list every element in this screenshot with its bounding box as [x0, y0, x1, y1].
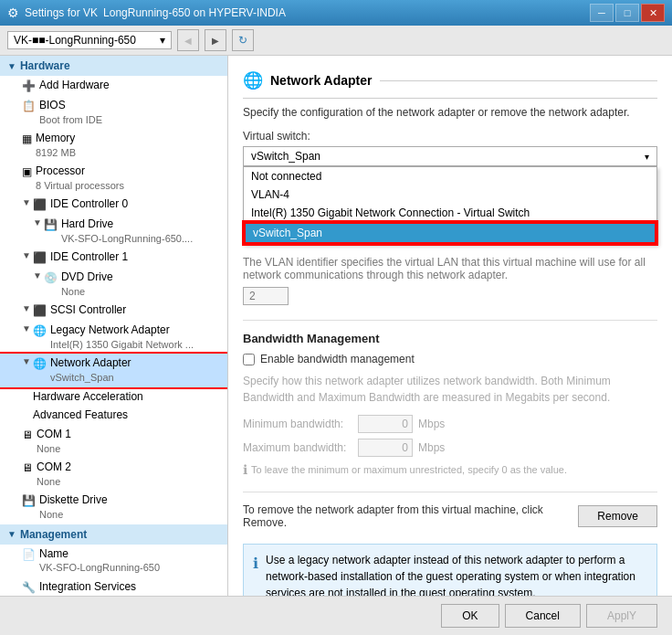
min-bandwidth-label: Minimum bandwidth: — [243, 418, 352, 430]
dropdown-option-vlan4[interactable]: VLAN-4 — [244, 185, 656, 204]
virtual-switch-label: Virtual switch: — [243, 130, 657, 143]
title-bar: ⚙ Settings for VK LongRunning-650 on HYP… — [0, 0, 672, 26]
forward-button[interactable]: ▶ — [205, 29, 226, 51]
sidebar-item-bios[interactable]: 📋 BIOS Boot from IDE — [0, 96, 227, 129]
max-bandwidth-unit: Mbps — [418, 441, 445, 454]
dropdown-option-not-connected[interactable]: Not connected — [244, 167, 656, 185]
enable-bandwidth-label[interactable]: Enable bandwidth management — [260, 353, 415, 365]
dropdown-popup: Not connected VLAN-4 Intel(R) 1350 Gigab… — [243, 166, 657, 245]
remove-note: To remove the network adapter from this … — [243, 503, 578, 529]
min-bandwidth-unit: Mbps — [418, 418, 445, 430]
sidebar-item-ide0[interactable]: ▼ ⬛ IDE Controller 0 — [0, 195, 227, 215]
chevron-down-icon: ▾ — [160, 34, 165, 47]
sidebar-item-dvd[interactable]: ▼ 💿 DVD Drive None — [0, 268, 227, 301]
panel-description: Specify the configuration of the network… — [243, 106, 657, 119]
bios-icon: 📋 — [22, 99, 36, 114]
info-box-text: Use a legacy network adapter instead of … — [266, 552, 647, 596]
min-bandwidth-input[interactable] — [358, 415, 413, 433]
sidebar-item-com2[interactable]: 🖥 COM 2 None — [0, 458, 227, 491]
memory-icon: ▦ — [22, 132, 32, 147]
dropdown-arrow-icon: ▾ — [645, 152, 649, 162]
refresh-button[interactable]: ↻ — [232, 29, 254, 51]
ide0-icon: ⬛ — [33, 197, 47, 213]
sidebar-item-memory[interactable]: ▦ Memory 8192 MB — [0, 129, 227, 162]
sidebar: ▼ Hardware ➕ Add Hardware 📋 BIOS Boot fr… — [0, 56, 228, 596]
dvd-expand-icon[interactable]: ▼ — [33, 270, 42, 282]
sidebar-item-network-adapter[interactable]: ▼ 🌐 Network Adapter vSwitch_Span — [0, 354, 227, 386]
minimize-button[interactable]: ─ — [590, 4, 614, 22]
enable-bandwidth-row: Enable bandwidth management — [243, 353, 657, 365]
right-panel: 🌐 Network Adapter Specify the configurat… — [228, 56, 672, 596]
scsi-expand-icon[interactable]: ▼ — [22, 302, 31, 315]
hardware-section-header[interactable]: ▼ Hardware — [0, 56, 227, 76]
com2-icon: 🖥 — [22, 460, 33, 476]
section-divider-2 — [243, 492, 657, 492]
back-button[interactable]: ◀ — [177, 29, 199, 51]
info-circle-icon: ℹ — [243, 462, 247, 477]
vm-dropdown[interactable]: VK-■■-LongRunning-650 ▾ — [7, 31, 172, 49]
max-bandwidth-row: Maximum bandwidth: Mbps — [243, 439, 657, 457]
diskette-icon: 💾 — [22, 493, 36, 509]
hdd-expand-icon[interactable]: ▼ — [33, 217, 42, 229]
app-icon: ⚙ — [7, 5, 19, 20]
title-bar-title: Settings for VK — [25, 6, 98, 19]
content-area: ▼ Hardware ➕ Add Hardware 📋 BIOS Boot fr… — [0, 56, 672, 596]
vlan-input[interactable] — [243, 287, 289, 305]
panel-header: 🌐 Network Adapter — [243, 70, 657, 99]
ide0-expand-icon[interactable]: ▼ — [22, 196, 31, 209]
dropdown-option-vswitch-span[interactable]: vSwitch_Span — [244, 222, 656, 244]
ide1-icon: ⬛ — [33, 250, 47, 266]
sidebar-resize-handle[interactable] — [224, 56, 227, 596]
dropdown-current-value: vSwitch_Span — [251, 150, 320, 163]
management-section-header[interactable]: ▼ Management — [0, 524, 227, 545]
management-section-arrow: ▼ — [7, 529, 16, 539]
dvd-icon: 💿 — [44, 270, 58, 286]
add-hardware-icon: ➕ — [22, 79, 36, 94]
sidebar-item-name[interactable]: 📄 Name VK-SFO-LongRunning-650 — [0, 545, 227, 577]
legacy-nic-expand-icon[interactable]: ▼ — [22, 323, 31, 335]
sidebar-item-ide1[interactable]: ▼ ⬛ IDE Controller 1 — [0, 248, 227, 268]
max-bandwidth-label: Maximum bandwidth: — [243, 441, 352, 454]
remove-button[interactable]: Remove — [578, 505, 657, 527]
bottom-bar: OK Cancel ApplY — [0, 596, 672, 635]
scsi-icon: ⬛ — [33, 303, 47, 319]
sidebar-item-com1[interactable]: 🖥 COM 1 None — [0, 425, 227, 458]
sidebar-item-advanced[interactable]: Advanced Features — [0, 406, 227, 425]
network-adapter-panel-icon: 🌐 — [243, 70, 263, 90]
nic-icon: 🌐 — [33, 356, 47, 372]
sidebar-item-add-hardware[interactable]: ➕ Add Hardware — [0, 76, 227, 96]
zero-note-text: To leave the minimum or maximum unrestri… — [251, 464, 567, 475]
dropdown-option-intel[interactable]: Intel(R) 1350 Gigabit Network Connection… — [244, 204, 656, 222]
sidebar-item-legacy-nic[interactable]: ▼ 🌐 Legacy Network Adapter Intel(R) 1350… — [0, 321, 227, 354]
title-bar-subtitle: LongRunning-650 on HYPERV-INDIA — [103, 6, 286, 19]
panel-divider-line — [380, 80, 657, 81]
panel-title: Network Adapter — [270, 73, 373, 88]
close-button[interactable]: ✕ — [641, 4, 665, 22]
sidebar-item-diskette[interactable]: 💾 Diskette Drive None — [0, 491, 227, 524]
ide1-expand-icon[interactable]: ▼ — [22, 249, 31, 262]
hardware-section-arrow: ▼ — [7, 61, 16, 71]
max-bandwidth-input[interactable] — [358, 439, 413, 457]
sidebar-item-hw-accel[interactable]: Hardware Acceleration — [0, 387, 227, 407]
vlan-section: The VLAN identifier specifies the virtua… — [243, 256, 657, 305]
sidebar-item-scsi[interactable]: ▼ ⬛ SCSI Controller — [0, 301, 227, 321]
enable-bandwidth-checkbox[interactable] — [243, 354, 255, 365]
apply-button[interactable]: ApplY — [586, 604, 657, 628]
integration-icon: 🔧 — [22, 580, 36, 596]
sidebar-item-hard-drive[interactable]: ▼ 💾 Hard Drive VK-SFO-LongRunning-650...… — [0, 215, 227, 248]
com1-icon: 🖥 — [22, 428, 33, 443]
cancel-button[interactable]: Cancel — [505, 604, 581, 628]
legacy-nic-icon: 🌐 — [33, 323, 47, 339]
toolbar: VK-■■-LongRunning-650 ▾ ◀ ▶ ↻ — [0, 26, 672, 56]
bandwidth-description: Specify how this network adapter utilize… — [243, 373, 657, 406]
main-container: VK-■■-LongRunning-650 ▾ ◀ ▶ ↻ ▼ Hardware… — [0, 26, 672, 635]
maximize-button[interactable]: □ — [615, 4, 639, 22]
nic-expand-icon[interactable]: ▼ — [22, 355, 31, 368]
sidebar-item-integration[interactable]: 🔧 Integration Services Some services off… — [0, 577, 227, 596]
vlan-description: The VLAN identifier specifies the virtua… — [243, 256, 657, 281]
name-icon: 📄 — [22, 547, 36, 563]
sidebar-item-processor[interactable]: ▣ Processor 8 Virtual processors — [0, 162, 227, 195]
dropdown-display[interactable]: vSwitch_Span ▾ — [243, 146, 657, 166]
virtual-switch-dropdown[interactable]: vSwitch_Span ▾ Not connected VLAN-4 Inte… — [243, 146, 657, 245]
ok-button[interactable]: OK — [441, 604, 499, 628]
